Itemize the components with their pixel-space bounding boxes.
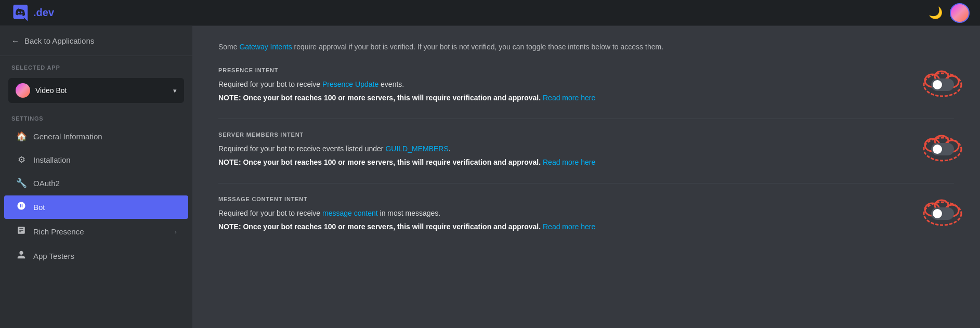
sidebar-item-label: App Testers [33,252,177,260]
sidebar-item-label: General Information [33,132,177,141]
sidebar-item-rich-presence[interactable]: Rich Presence › [4,220,188,243]
settings-label: SETTINGS [0,107,192,125]
back-label: Back to Applications [24,36,94,45]
selected-app-label: SELECTED APP [0,56,192,74]
message-content-toggle[interactable] [931,207,954,220]
sidebar-item-label: OAuth2 [33,179,177,188]
app-name: Video Bot [35,86,168,95]
user-avatar[interactable] [950,3,970,23]
presence-intent-section: PRESENCE INTENT Required for your bot to… [218,67,954,119]
server-members-intent-body: Required for your bot to receive events … [218,143,954,170]
main-content: Some Gateway Intents require approval if… [192,26,980,328]
sidebar-item-oauth2[interactable]: 🔧 OAuth2 [4,172,188,194]
app-avatar [16,83,30,98]
message-content-intent-body: Required for your bot to receive message… [218,207,954,235]
server-members-intent-text: Required for your bot to receive events … [218,143,916,170]
gateway-notice: Some Gateway Intents require approval if… [218,42,954,53]
sidebar-item-label: Rich Presence [33,227,168,236]
topbar: .dev 🌙 [0,0,980,26]
chevron-down-icon: ▾ [173,87,177,95]
message-content-intent-header: MESSAGE CONTENT INTENT [218,196,954,202]
sidebar-item-installation[interactable]: ⚙ Installation [4,149,188,171]
presence-intent-header: PRESENCE INTENT [218,67,954,73]
person-icon [16,250,27,262]
sidebar-item-bot[interactable]: Bot [4,195,188,219]
guild-members-link[interactable]: GUILD_MEMBERS [385,145,448,153]
presence-toggle-container [931,78,954,91]
rich-presence-icon [16,226,27,238]
sidebar: ← Back to Applications SELECTED APP Vide… [0,26,192,328]
sidebar-item-app-testers[interactable]: App Testers [4,244,188,268]
wrench-icon: 🔧 [16,178,27,189]
server-members-intent-section: SERVER MEMBERS INTENT Required for your … [218,132,954,183]
gear-icon: ⚙ [16,154,27,165]
gateway-intents-link[interactable]: Gateway Intents [239,43,292,51]
server-members-read-more-link[interactable]: Read more here [543,158,595,166]
home-icon: 🏠 [16,131,27,142]
presence-intent-text: Required for your bot to receive Presenc… [218,78,916,106]
presence-update-link[interactable]: Presence Update [322,80,378,88]
sidebar-item-label: Bot [33,203,177,212]
message-content-toggle-container [931,207,954,220]
message-content-intent-section: MESSAGE CONTENT INTENT Required for your… [218,196,954,247]
message-content-intent-text: Required for your bot to receive message… [218,207,916,235]
logo-text: .dev [33,7,54,19]
chevron-right-icon: › [175,228,177,235]
presence-intent-body: Required for your bot to receive Presenc… [218,78,954,106]
server-members-intent-header: SERVER MEMBERS INTENT [218,132,954,138]
message-content-link[interactable]: message content [322,209,378,217]
presence-read-more-link[interactable]: Read more here [543,94,595,102]
logo: .dev [10,3,54,23]
theme-toggle-icon[interactable]: 🌙 [929,6,943,20]
presence-toggle[interactable] [931,78,954,91]
back-to-applications[interactable]: ← Back to Applications [0,26,192,56]
bot-icon [16,201,27,213]
sidebar-item-label: Installation [33,155,177,164]
sidebar-item-general-information[interactable]: 🏠 General Information [4,125,188,148]
server-members-toggle[interactable] [931,143,954,155]
topbar-right: 🌙 [929,3,970,23]
server-members-toggle-container [931,143,954,155]
layout: ← Back to Applications SELECTED APP Vide… [0,26,980,328]
back-arrow-icon: ← [11,36,19,45]
selected-app-box[interactable]: Video Bot ▾ [8,78,184,103]
message-content-read-more-link[interactable]: Read more here [543,222,595,231]
